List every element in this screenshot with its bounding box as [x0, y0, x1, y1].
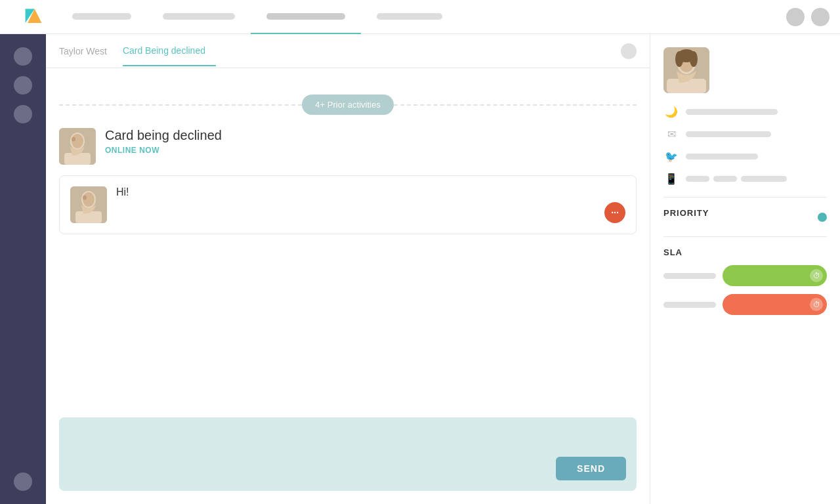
- app-logo: [23, 7, 44, 28]
- message-title: Card being declined: [105, 128, 637, 143]
- prior-activities-row: 4+ Prior activities: [59, 94, 637, 115]
- contact-email-row: ✉: [663, 126, 827, 142]
- priority-label: PRIORITY: [663, 208, 709, 218]
- header-action-btn[interactable]: [621, 43, 637, 59]
- contact-avatar-img: [663, 47, 709, 93]
- phone-icon: 🌙: [663, 104, 679, 119]
- dashed-right: [394, 104, 637, 106]
- phone-bar: [686, 109, 778, 115]
- svg-point-19: [690, 51, 698, 67]
- top-nav: [0, 0, 840, 34]
- nav-tab-1-label: [72, 13, 131, 20]
- bubble-actions: ···: [604, 202, 625, 223]
- user-avatar-small[interactable]: [786, 8, 805, 26]
- nav-tab-4-label: [377, 13, 442, 20]
- sla-row-1: ⏱: [663, 265, 827, 286]
- bubble-text-content: Hi!: [116, 186, 595, 198]
- send-button[interactable]: SEND: [556, 457, 626, 480]
- email-icon: ✉: [663, 126, 679, 142]
- sla-progress-green: ⏱: [723, 265, 827, 286]
- priority-row: PRIORITY: [663, 208, 827, 226]
- mobile-icon: 📱: [663, 171, 679, 186]
- conversation-header: Taylor West Card Being declined: [46, 34, 650, 68]
- nav-right-actions: [786, 8, 830, 26]
- header-actions: [621, 43, 637, 59]
- sender-avatar-img: [59, 128, 96, 165]
- sla-clock-2: ⏱: [810, 298, 823, 311]
- message-card-declined: Card being declined ONLINE NOW: [59, 128, 637, 165]
- dashed-left: [59, 104, 302, 106]
- sla-row-2: ⏱: [663, 294, 827, 315]
- user-avatar-small-2[interactable]: [811, 8, 830, 26]
- message-info: Card being declined ONLINE NOW: [105, 128, 637, 165]
- mobile-bars: [686, 176, 787, 182]
- left-sidebar: [0, 34, 46, 504]
- svg-point-11: [83, 196, 87, 200]
- sla-progress-orange: ⏱: [723, 294, 827, 315]
- tab-conversation-title[interactable]: Card Being declined: [123, 36, 216, 66]
- nav-tab-3-label: [266, 13, 345, 20]
- svg-point-18: [675, 51, 683, 67]
- twitter-bar: [686, 154, 758, 159]
- sender-avatar-declined: [59, 128, 96, 165]
- bubble-avatar-img: [70, 186, 107, 223]
- more-actions-button[interactable]: ···: [604, 202, 625, 223]
- sidebar-item-3[interactable]: [14, 105, 32, 123]
- sidebar-item-bottom[interactable]: [14, 472, 32, 491]
- reply-box: SEND: [59, 417, 637, 491]
- contact-phone-row: 🌙: [663, 104, 827, 119]
- contact-mobile-row: 📱: [663, 171, 827, 186]
- mobile-bar-2: [713, 176, 737, 182]
- sla-label: SLA: [663, 247, 827, 257]
- contact-avatar-large: [663, 47, 709, 93]
- prior-activities-button[interactable]: 4+ Prior activities: [302, 94, 393, 115]
- right-panel: 🌙 ✉ 🐦 📱 PRIORITY SLA: [650, 34, 840, 504]
- nav-tab-1[interactable]: [56, 0, 147, 34]
- divider-2: [663, 236, 827, 237]
- sla-clock-1: ⏱: [810, 269, 823, 282]
- sidebar-item-2[interactable]: [14, 76, 32, 94]
- message-bubble-hi: Hi! ···: [59, 175, 637, 234]
- logo-area: [10, 7, 56, 28]
- nav-tab-4[interactable]: [361, 0, 458, 34]
- twitter-icon: 🐦: [663, 148, 679, 164]
- nav-tab-2[interactable]: [147, 0, 251, 34]
- tab-contact-name[interactable]: Taylor West: [59, 37, 117, 66]
- conversation-body: 4+ Prior activities Card being d: [46, 68, 650, 417]
- online-status: ONLINE NOW: [105, 146, 637, 155]
- sidebar-item-1[interactable]: [14, 47, 32, 66]
- svg-point-6: [72, 137, 75, 142]
- nav-tab-3[interactable]: [251, 0, 361, 34]
- reply-footer: SEND: [70, 457, 626, 480]
- nav-tab-2-label: [163, 13, 235, 20]
- sla-bar-bg-1: [663, 273, 716, 279]
- divider-1: [663, 197, 827, 198]
- mobile-bar-3: [741, 176, 787, 182]
- reply-input[interactable]: [70, 428, 626, 449]
- main-layout: Taylor West Card Being declined 4+ Prior…: [0, 34, 840, 504]
- contact-twitter-row: 🐦: [663, 148, 827, 164]
- mobile-bar-1: [686, 176, 709, 182]
- email-bar: [686, 131, 771, 137]
- bubble-avatar: [70, 186, 107, 223]
- sla-bar-bg-2: [663, 302, 716, 308]
- content-area: Taylor West Card Being declined 4+ Prior…: [46, 34, 650, 504]
- priority-indicator: [818, 213, 827, 222]
